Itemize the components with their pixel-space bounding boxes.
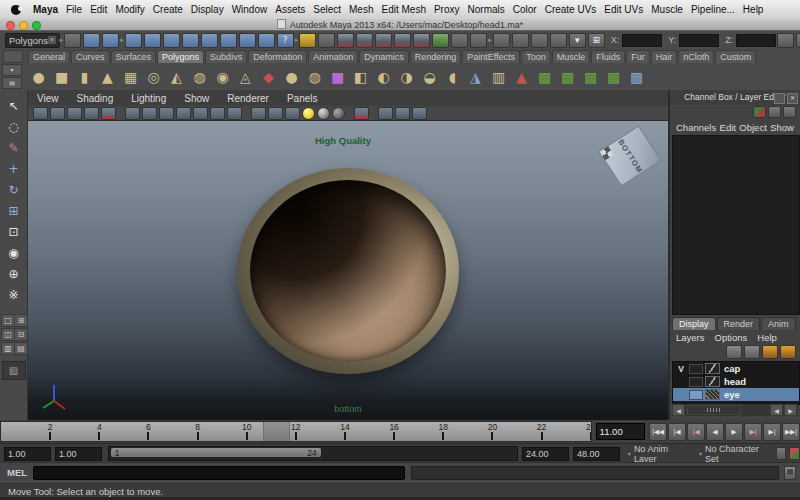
shelf-tab[interactable]: Subdivs [205,50,247,63]
field-chart-icon[interactable] [193,107,208,120]
shelf-tab[interactable]: Rendering [410,50,462,63]
reduce-icon[interactable]: ◖ [441,65,464,88]
layer-editor-tab[interactable]: Anim [761,317,796,330]
add-divisions-icon[interactable]: ◍ [303,65,326,88]
shelf-menu-icon[interactable] [3,50,23,63]
layer-row[interactable]: V cap [673,362,799,375]
step-forward-key-button[interactable]: ▶| [744,423,762,441]
sculpt-geometry-icon[interactable]: ▲ [510,65,533,88]
ipr-render-icon[interactable] [531,33,548,48]
rotate-tool-icon[interactable]: ↻ [2,179,26,200]
macos-menu-item[interactable]: Edit [86,4,111,15]
textured-mode-icon[interactable] [285,107,300,120]
layer-editor-tab[interactable]: Render [717,317,761,330]
viewport-menu-item[interactable]: Renderer [218,93,278,104]
shelf-tab[interactable]: Fur [626,50,650,63]
boolean-intersection-icon[interactable]: ◒ [418,65,441,88]
lasso-tool-icon[interactable]: ◌ [2,116,26,137]
layer-row[interactable]: eye [673,388,799,401]
combine-icon[interactable]: ◧ [349,65,372,88]
layer-name[interactable]: head [724,376,746,387]
use-all-lights-icon[interactable] [302,107,315,120]
boolean-difference-icon[interactable]: ◑ [395,65,418,88]
snap-to-grid-icon[interactable] [337,33,354,48]
render-current-frame-icon[interactable] [512,33,529,48]
render-settings-icon[interactable] [550,33,567,48]
boolean-union-icon[interactable]: ◐ [372,65,395,88]
grease-pencil-icon[interactable] [101,107,116,120]
macos-menu-item[interactable]: Create [149,4,187,15]
face-components-icon[interactable] [220,33,237,48]
shelf-tab[interactable]: Hair [651,50,678,63]
macos-menu-item[interactable]: Display [187,4,228,15]
scrollbar-thumb[interactable] [687,405,741,415]
hypergraph-persp-layout-icon[interactable]: ▤ [14,342,28,355]
poly-pipe-icon[interactable]: ◍ [188,65,211,88]
shelf-tab[interactable]: Fluids [591,50,625,63]
new-empty-display-layer-icon[interactable] [726,345,742,359]
shelf-tab[interactable]: Custom [715,50,756,63]
command-line-input[interactable] [33,466,405,480]
render-view-icon[interactable] [493,33,510,48]
macos-menu-item[interactable]: Normals [464,4,509,15]
layer-color-swatch[interactable] [705,363,720,374]
step-back-frame-button[interactable]: |◀ [668,423,686,441]
shelf-tab[interactable]: Muscle [552,50,591,63]
viewport-menu-item[interactable]: View [28,93,68,104]
isolate-select-icon[interactable] [354,107,369,120]
safe-action-icon[interactable] [210,107,225,120]
shelf-tab[interactable]: Toon [521,50,551,63]
scroll-right-icon[interactable]: ▶ [784,404,797,416]
select-camera-icon[interactable] [33,107,48,120]
layer-row[interactable]: head [673,375,799,388]
two-pane-layout-icon[interactable]: ◫ [1,328,15,341]
macos-menu-item[interactable]: Muscle [647,4,687,15]
smooth-icon[interactable]: ● [280,65,303,88]
step-forward-frame-button[interactable]: ▶| [763,423,781,441]
help-mode-icon[interactable]: ? [277,33,294,48]
macos-menu-item[interactable]: Assets [271,4,309,15]
select-tool-icon[interactable]: ↖ [2,95,26,116]
scroll-left-icon[interactable]: ◀ [770,404,783,416]
apple-menu-icon[interactable] [11,5,21,15]
go-to-start-button[interactable]: |◀◀ [649,423,667,441]
wireframe-mode-icon[interactable] [251,107,266,120]
point-components-icon[interactable] [182,33,199,48]
channel-slider-mode-icon[interactable] [783,106,796,118]
x-input[interactable] [622,34,662,47]
poly-cylinder-icon[interactable]: ▮ [73,65,96,88]
shelf-list-icon[interactable]: ▤ [2,77,22,89]
macos-menu-item[interactable]: Pipeline... [687,4,739,15]
range-slider-thumb[interactable]: 1 24 [111,448,321,457]
macos-menu-item[interactable]: Maya [29,4,62,15]
list-input-icon[interactable] [470,33,487,48]
select-by-hierarchy-icon[interactable] [125,33,142,48]
auto-keyframe-toggle-icon[interactable] [776,447,787,460]
scroll-left-icon[interactable]: ◀ [672,404,685,416]
universal-manipulator-icon[interactable]: ⊡ [2,221,26,242]
image-plane-icon[interactable] [67,107,82,120]
layer-editor-menu-item[interactable]: Options [715,332,748,343]
backface-culling-icon[interactable] [395,107,410,120]
y-input[interactable] [679,34,719,47]
tool-settings-toggle-icon[interactable] [796,33,800,48]
channel-box-empty-area[interactable] [672,135,800,315]
quadrangulate-icon[interactable]: ▥ [487,65,510,88]
file-new-icon[interactable] [64,33,81,48]
playback-end-field[interactable]: 24.00 [522,447,569,461]
toolbar-separator[interactable] [347,108,352,119]
animation-preferences-icon[interactable] [789,447,800,460]
macos-menu-item[interactable]: Edit UVs [600,4,647,15]
poly-torus-icon[interactable]: ◎ [142,65,165,88]
single-pane-layout-icon[interactable]: □ [1,314,15,327]
shelf-tab[interactable]: General [28,50,70,63]
time-slider[interactable]: 2 4 6 8 [0,421,592,442]
poly-helix-icon[interactable]: ◉ [211,65,234,88]
bookmark-icon[interactable] [84,107,99,120]
channel-manipulator-icon[interactable] [753,106,766,118]
menu-set-dropdown[interactable]: Polygons ▾ [5,33,60,48]
scale-tool-icon[interactable]: ⊞ [2,200,26,221]
current-frame-indicator[interactable] [263,422,290,441]
playback-start-field[interactable]: 1.00 [55,447,102,461]
cylindrical-mapping-icon[interactable]: ▩ [556,65,579,88]
